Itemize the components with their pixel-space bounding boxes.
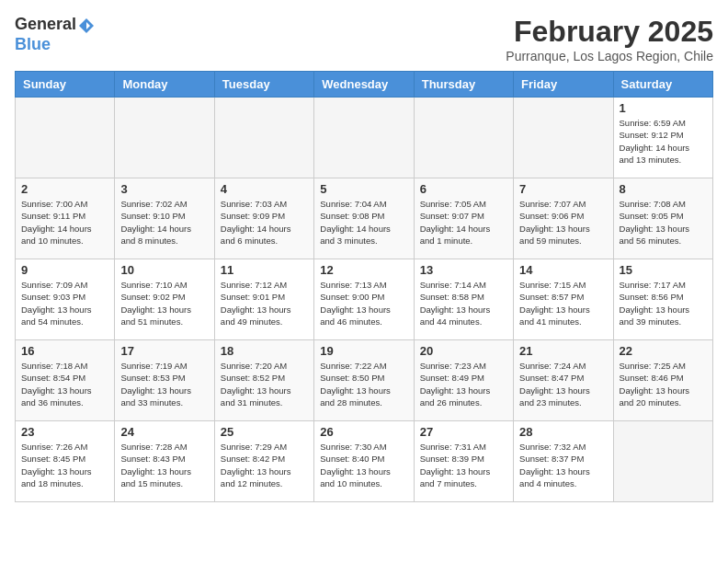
day-cell: 22Sunrise: 7:25 AM Sunset: 8:46 PM Dayli… [613, 340, 712, 421]
day-number: 13 [420, 263, 507, 277]
day-info: Sunrise: 7:13 AM Sunset: 9:00 PM Dayligh… [320, 279, 407, 327]
day-info: Sunrise: 7:23 AM Sunset: 8:49 PM Dayligh… [420, 360, 507, 408]
day-info: Sunrise: 7:29 AM Sunset: 8:42 PM Dayligh… [221, 441, 308, 489]
day-info: Sunrise: 7:30 AM Sunset: 8:40 PM Dayligh… [320, 441, 407, 489]
day-info: Sunrise: 7:02 AM Sunset: 9:10 PM Dayligh… [120, 198, 208, 247]
day-number: 11 [221, 263, 308, 277]
day-info: Sunrise: 7:14 AM Sunset: 8:58 PM Dayligh… [420, 279, 507, 327]
day-number: 5 [320, 182, 407, 196]
day-cell: 1Sunrise: 6:59 AM Sunset: 9:12 PM Daylig… [613, 98, 712, 178]
day-number: 27 [420, 425, 507, 439]
day-info: Sunrise: 7:05 AM Sunset: 9:07 PM Dayligh… [420, 198, 507, 247]
month-year: February 2025 [506, 15, 713, 49]
day-cell: 23Sunrise: 7:26 AM Sunset: 8:45 PM Dayli… [16, 421, 115, 502]
week-row-2: 2Sunrise: 7:00 AM Sunset: 9:11 PM Daylig… [16, 178, 713, 259]
weekday-header-tuesday: Tuesday [214, 72, 313, 98]
day-info: Sunrise: 7:09 AM Sunset: 9:03 PM Dayligh… [21, 279, 108, 327]
day-cell [214, 98, 313, 178]
day-cell: 6Sunrise: 7:05 AM Sunset: 9:07 PM Daylig… [414, 178, 513, 259]
day-cell: 11Sunrise: 7:12 AM Sunset: 9:01 PM Dayli… [214, 259, 313, 340]
day-cell: 27Sunrise: 7:31 AM Sunset: 8:39 PM Dayli… [414, 421, 513, 502]
day-cell: 5Sunrise: 7:04 AM Sunset: 9:08 PM Daylig… [314, 178, 414, 259]
day-cell: 25Sunrise: 7:29 AM Sunset: 8:42 PM Dayli… [214, 421, 313, 502]
day-number: 14 [519, 263, 607, 277]
day-number: 17 [120, 344, 208, 358]
day-info: Sunrise: 7:00 AM Sunset: 9:11 PM Dayligh… [21, 198, 108, 247]
day-cell [16, 98, 115, 178]
day-number: 15 [620, 263, 707, 277]
day-info: Sunrise: 7:32 AM Sunset: 8:37 PM Dayligh… [519, 441, 607, 489]
day-info: Sunrise: 7:15 AM Sunset: 8:57 PM Dayligh… [519, 279, 607, 327]
day-cell [414, 98, 513, 178]
day-cell: 21Sunrise: 7:24 AM Sunset: 8:47 PM Dayli… [514, 340, 613, 421]
day-info: Sunrise: 7:20 AM Sunset: 8:52 PM Dayligh… [221, 360, 308, 408]
day-cell: 12Sunrise: 7:13 AM Sunset: 9:00 PM Dayli… [314, 259, 414, 340]
day-number: 26 [320, 425, 407, 439]
day-info: Sunrise: 7:19 AM Sunset: 8:53 PM Dayligh… [120, 360, 208, 408]
day-number: 18 [221, 344, 308, 358]
day-info: Sunrise: 7:07 AM Sunset: 9:06 PM Dayligh… [519, 198, 607, 247]
location: Purranque, Los Lagos Region, Chile [506, 49, 713, 63]
logo-icon [77, 17, 96, 35]
day-cell [613, 421, 712, 502]
day-info: Sunrise: 7:03 AM Sunset: 9:09 PM Dayligh… [221, 198, 308, 247]
day-number: 3 [120, 182, 208, 196]
title-area: February 2025 Purranque, Los Lagos Regio… [506, 15, 713, 63]
day-number: 2 [21, 182, 108, 196]
weekday-header-wednesday: Wednesday [314, 72, 414, 98]
day-info: Sunrise: 7:18 AM Sunset: 8:54 PM Dayligh… [21, 360, 108, 408]
day-cell: 4Sunrise: 7:03 AM Sunset: 9:09 PM Daylig… [214, 178, 313, 259]
day-info: Sunrise: 7:25 AM Sunset: 8:46 PM Dayligh… [620, 360, 707, 408]
week-row-4: 16Sunrise: 7:18 AM Sunset: 8:54 PM Dayli… [16, 340, 713, 421]
day-number: 1 [620, 101, 707, 115]
day-number: 6 [420, 182, 507, 196]
day-cell [314, 98, 414, 178]
day-cell: 9Sunrise: 7:09 AM Sunset: 9:03 PM Daylig… [16, 259, 115, 340]
weekday-header-friday: Friday [514, 72, 613, 98]
logo: General Blue [15, 15, 97, 54]
day-cell: 3Sunrise: 7:02 AM Sunset: 9:10 PM Daylig… [115, 178, 214, 259]
day-number: 4 [221, 182, 308, 196]
logo-text: General Blue [15, 15, 97, 54]
day-number: 8 [620, 182, 707, 196]
day-cell: 17Sunrise: 7:19 AM Sunset: 8:53 PM Dayli… [115, 340, 214, 421]
day-number: 12 [320, 263, 407, 277]
logo-blue: Blue [15, 35, 51, 53]
weekday-header-sunday: Sunday [16, 72, 115, 98]
day-number: 22 [620, 344, 707, 358]
day-number: 9 [21, 263, 108, 277]
day-number: 23 [21, 425, 108, 439]
weekday-header-row: SundayMondayTuesdayWednesdayThursdayFrid… [16, 72, 713, 98]
day-info: Sunrise: 7:24 AM Sunset: 8:47 PM Dayligh… [519, 360, 607, 408]
day-number: 7 [519, 182, 607, 196]
day-info: Sunrise: 7:10 AM Sunset: 9:02 PM Dayligh… [120, 279, 208, 327]
day-cell: 10Sunrise: 7:10 AM Sunset: 9:02 PM Dayli… [115, 259, 214, 340]
day-number: 21 [519, 344, 607, 358]
day-info: Sunrise: 7:04 AM Sunset: 9:08 PM Dayligh… [320, 198, 407, 247]
day-cell: 19Sunrise: 7:22 AM Sunset: 8:50 PM Dayli… [314, 340, 414, 421]
day-number: 25 [221, 425, 308, 439]
day-info: Sunrise: 7:22 AM Sunset: 8:50 PM Dayligh… [320, 360, 407, 408]
day-cell: 13Sunrise: 7:14 AM Sunset: 8:58 PM Dayli… [414, 259, 513, 340]
day-cell: 15Sunrise: 7:17 AM Sunset: 8:56 PM Dayli… [613, 259, 712, 340]
day-number: 19 [320, 344, 407, 358]
day-info: Sunrise: 6:59 AM Sunset: 9:12 PM Dayligh… [620, 117, 707, 166]
day-cell [514, 98, 613, 178]
day-cell: 7Sunrise: 7:07 AM Sunset: 9:06 PM Daylig… [514, 178, 613, 259]
day-number: 16 [21, 344, 108, 358]
day-info: Sunrise: 7:26 AM Sunset: 8:45 PM Dayligh… [21, 441, 108, 489]
week-row-3: 9Sunrise: 7:09 AM Sunset: 9:03 PM Daylig… [16, 259, 713, 340]
week-row-1: 1Sunrise: 6:59 AM Sunset: 9:12 PM Daylig… [16, 98, 713, 178]
day-info: Sunrise: 7:17 AM Sunset: 8:56 PM Dayligh… [620, 279, 707, 327]
day-cell: 14Sunrise: 7:15 AM Sunset: 8:57 PM Dayli… [514, 259, 613, 340]
day-cell [115, 98, 214, 178]
day-info: Sunrise: 7:08 AM Sunset: 9:05 PM Dayligh… [620, 198, 707, 247]
day-info: Sunrise: 7:28 AM Sunset: 8:43 PM Dayligh… [120, 441, 208, 489]
weekday-header-saturday: Saturday [613, 72, 712, 98]
calendar-table: SundayMondayTuesdayWednesdayThursdayFrid… [15, 71, 713, 502]
day-cell: 18Sunrise: 7:20 AM Sunset: 8:52 PM Dayli… [214, 340, 313, 421]
day-cell: 2Sunrise: 7:00 AM Sunset: 9:11 PM Daylig… [16, 178, 115, 259]
day-cell: 26Sunrise: 7:30 AM Sunset: 8:40 PM Dayli… [314, 421, 414, 502]
day-number: 10 [120, 263, 208, 277]
day-cell: 28Sunrise: 7:32 AM Sunset: 8:37 PM Dayli… [514, 421, 613, 502]
